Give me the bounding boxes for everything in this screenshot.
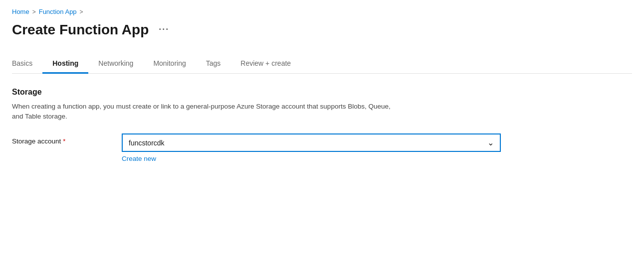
storage-account-label: Storage account * [12, 133, 112, 145]
breadcrumb-home[interactable]: Home [12, 8, 29, 15]
tab-networking[interactable]: Networking [88, 54, 143, 74]
create-new-link[interactable]: Create new [122, 155, 501, 162]
page-title: Create Function App [12, 21, 149, 38]
storage-account-value: funcstorcdk [129, 139, 165, 147]
breadcrumb: Home > Function App > [12, 8, 632, 15]
storage-account-row: Storage account * funcstorcdk ⌄ Create n… [12, 133, 632, 162]
storage-account-dropdown[interactable]: funcstorcdk ⌄ [122, 133, 501, 152]
tab-review-create[interactable]: Review + create [230, 54, 301, 74]
tab-hosting[interactable]: Hosting [42, 54, 88, 74]
breadcrumb-separator-1: > [32, 8, 36, 15]
tab-basics[interactable]: Basics [12, 54, 42, 74]
page-header: Create Function App ··· [12, 21, 632, 38]
storage-section: Storage When creating a function app, yo… [12, 88, 632, 163]
breadcrumb-separator-2: > [80, 8, 83, 15]
more-options-button[interactable]: ··· [155, 22, 173, 37]
page-container: Home > Function App > Create Function Ap… [0, 0, 644, 178]
storage-section-title: Storage [12, 88, 632, 97]
required-indicator: * [63, 137, 65, 145]
breadcrumb-function-app[interactable]: Function App [39, 8, 77, 15]
tabs-container: Basics Hosting Networking Monitoring Tag… [12, 54, 632, 74]
tab-tags[interactable]: Tags [196, 54, 231, 74]
storage-section-description: When creating a function app, you must c… [12, 102, 401, 122]
tab-monitoring[interactable]: Monitoring [143, 54, 196, 74]
storage-account-control-wrapper: funcstorcdk ⌄ Create new [122, 133, 501, 162]
dropdown-chevron-icon: ⌄ [487, 138, 494, 147]
